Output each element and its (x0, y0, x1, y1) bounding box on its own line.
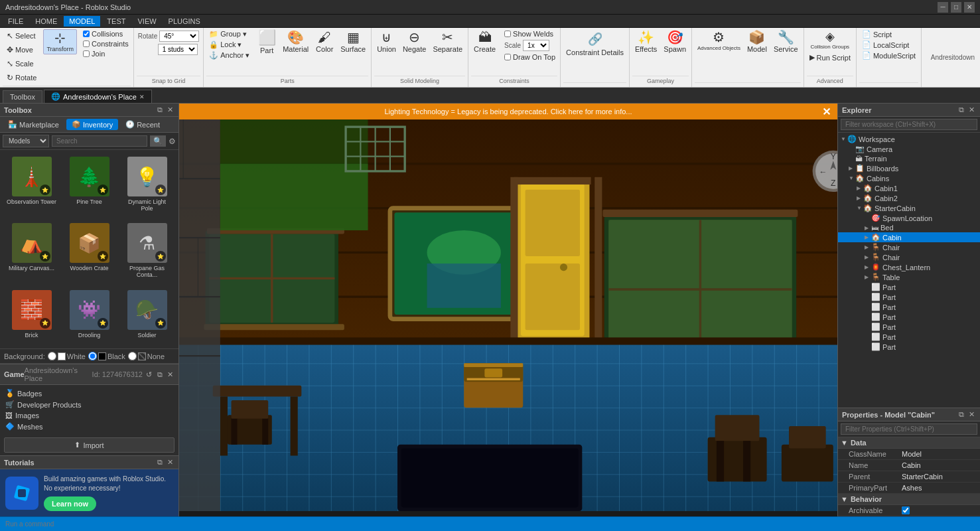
tutorials-float-button[interactable]: ⧉ (156, 458, 164, 467)
menu-test[interactable]: TEST (102, 16, 131, 27)
bg-white-option[interactable]: White (48, 352, 86, 360)
group-button[interactable]: 📁 Group ▾ (206, 29, 252, 39)
game-close-button[interactable]: ✕ (166, 370, 175, 379)
prop-classname[interactable]: ClassName Model (838, 449, 980, 460)
tree-workspace[interactable]: ▼ 🌐 Workspace (838, 134, 980, 144)
close-button[interactable]: ✕ (964, 2, 975, 13)
tree-part7[interactable]: ⬜ Part (838, 342, 980, 352)
tree-terrain[interactable]: 🏔 Terrain (838, 154, 980, 163)
show-welds-label[interactable]: Show Welds (502, 29, 557, 38)
tree-cabin2[interactable]: ▶ 🏠 Cabin2 (838, 193, 980, 203)
collision-groups-button[interactable]: ◈ Collision Groups (807, 29, 853, 51)
run-script-button[interactable]: ▶ Run Script (807, 52, 853, 62)
studs-snap-select[interactable]: 1 studs2 studs0.5 studs (158, 44, 198, 55)
separate-button[interactable]: ✂ Separate (430, 29, 465, 54)
tree-cabin-selected[interactable]: ▶ 🏠 Cabin (838, 232, 980, 242)
local-script-button[interactable]: 📄 LocalScript (859, 40, 918, 50)
images-item[interactable]: 🖼 Images (3, 410, 176, 421)
surface-button[interactable]: ▦ Surface (338, 29, 368, 54)
tree-part3[interactable]: ⬜ Part (838, 302, 980, 312)
tree-chair1[interactable]: ▶ 🪑 Chair (838, 242, 980, 252)
module-script-button[interactable]: 📄 ModuleScript (859, 50, 918, 60)
list-item[interactable]: 💡 ⭐ Dynamic Light Pole (119, 154, 175, 218)
tree-part5[interactable]: ⬜ Part (838, 322, 980, 332)
workspace-expand-arrow[interactable]: ▼ (841, 136, 847, 142)
menu-plugins[interactable]: PLUGINS (163, 16, 206, 27)
model-type-select[interactable]: Models Decals Meshes Plugins Audio (3, 135, 49, 147)
minimize-button[interactable]: ─ (938, 2, 948, 13)
draw-on-top-checkbox[interactable] (504, 54, 511, 60)
menu-view[interactable]: VIEW (132, 16, 161, 27)
explorer-float-button[interactable]: ⧉ (957, 106, 965, 114)
join-checkbox[interactable] (83, 50, 90, 57)
prop-name[interactable]: Name Cabin (838, 460, 980, 471)
search-input[interactable] (52, 135, 147, 147)
spawn-button[interactable]: 🎯 Spawn (661, 29, 689, 54)
tree-startercabin[interactable]: ▼ 🏠 StarterCabin (838, 203, 980, 213)
color-button[interactable]: 🖌 Color (313, 29, 336, 54)
table-arrow[interactable]: ▶ (865, 274, 871, 280)
bg-black-option[interactable]: Black (88, 352, 125, 360)
explorer-close-button[interactable]: ✕ (967, 106, 976, 114)
list-item[interactable]: 🌲 ⭐ Pine Tree (62, 154, 117, 218)
learn-now-button[interactable]: Learn now (44, 496, 96, 511)
list-item[interactable]: 🧱 ⭐ Brick (4, 287, 59, 344)
filter-button[interactable]: ⚙ (169, 137, 176, 146)
cabin2-arrow[interactable]: ▶ (857, 195, 863, 201)
part-button[interactable]: ⬜ Part (255, 29, 279, 56)
chair1-arrow[interactable]: ▶ (865, 244, 871, 250)
tree-cabin1[interactable]: ▶ 🏠 Cabin1 (838, 183, 980, 193)
select-button[interactable]: ↖ Select (3, 29, 40, 42)
toolbox-close-button[interactable]: ✕ (166, 106, 175, 114)
anchor-button[interactable]: ⚓ Anchor ▾ (206, 50, 252, 60)
inventory-tab[interactable]: 📦 Inventory (66, 119, 118, 130)
bg-black-radio[interactable] (88, 352, 97, 360)
search-button[interactable]: 🔍 (150, 135, 166, 147)
properties-search-input[interactable] (841, 423, 977, 435)
material-button[interactable]: 🎨 Material (280, 29, 311, 54)
tree-chest-lantern[interactable]: ▶ 🏮 Chest_Lantern (838, 262, 980, 272)
badges-item[interactable]: 🏅 Badges (3, 388, 176, 399)
constraints-checkbox-label[interactable]: Constraints (81, 39, 131, 48)
chair2-arrow[interactable]: ▶ (865, 254, 871, 260)
constraint-details-button[interactable]: 🔗 Constraint Details (563, 29, 626, 59)
meshes-item[interactable]: 🔷 Meshes (3, 421, 176, 432)
game-float-button[interactable]: ⧉ (156, 370, 164, 379)
viewport-3d[interactable]: Y X Z ← (179, 119, 837, 511)
properties-close-button[interactable]: ✕ (967, 410, 976, 419)
advanced-objects-button[interactable]: ⚙ Advanced Objects (695, 29, 743, 52)
cabin-sel-arrow[interactable]: ▶ (865, 234, 871, 240)
tree-part4[interactable]: ⬜ Part (838, 312, 980, 322)
recent-tab[interactable]: 🕐 Recent (120, 119, 165, 130)
import-button[interactable]: ⬆ Import (4, 437, 175, 453)
billboards-arrow[interactable]: ▶ (849, 165, 855, 171)
tree-chair2[interactable]: ▶ 🪑 Chair (838, 252, 980, 262)
behavior-section-header[interactable]: ▼ Behavior (838, 494, 980, 505)
data-section-header[interactable]: ▼ Data (838, 437, 980, 449)
bed-arrow[interactable]: ▶ (865, 225, 871, 231)
bg-none-option[interactable]: None (128, 352, 165, 360)
service-button[interactable]: 🔧 Service (771, 29, 801, 54)
join-checkbox-label[interactable]: Join (81, 49, 131, 58)
collisions-checkbox[interactable] (83, 31, 90, 37)
toolbox-float-button[interactable]: ⧉ (156, 106, 164, 114)
effects-button[interactable]: ✨ Effects (632, 29, 660, 54)
notification-bar[interactable]: Lighting Technology = Legacy is being de… (179, 104, 837, 119)
menu-model[interactable]: MODEL (64, 16, 100, 27)
explorer-search-input[interactable] (841, 119, 977, 130)
rotate-button[interactable]: ↻ Rotate (3, 71, 40, 84)
tree-part6[interactable]: ⬜ Part (838, 332, 980, 342)
maximize-button[interactable]: □ (951, 2, 961, 13)
bg-none-radio[interactable] (128, 352, 137, 360)
script-button[interactable]: 📄 Script (859, 29, 918, 39)
lock-button[interactable]: 🔒 Lock ▾ (206, 40, 252, 50)
tutorials-close-button[interactable]: ✕ (166, 458, 175, 467)
negate-button[interactable]: ⊖ Negate (400, 29, 429, 54)
list-item[interactable]: 🗼 ⭐ Observation Tower (4, 154, 59, 218)
tree-bed[interactable]: ▶ 🛏 Bed (838, 223, 980, 232)
list-item[interactable]: 🪖 ⭐ Soldier (119, 287, 175, 344)
tab-close-button[interactable]: ✕ (139, 94, 145, 100)
properties-float-button[interactable]: ⧉ (957, 410, 965, 419)
model-button[interactable]: 📦 Model (744, 29, 770, 54)
tab-andresitodown-place[interactable]: 🌐 Andresitodown's Place ✕ (44, 90, 152, 103)
